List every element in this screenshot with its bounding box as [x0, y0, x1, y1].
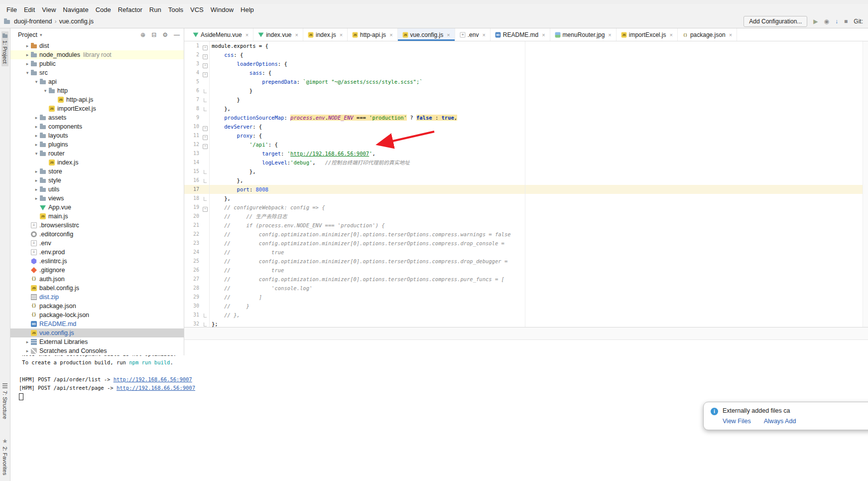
always-add-link[interactable]: Always Add: [764, 418, 796, 425]
chevron-down-icon[interactable]: ▾: [24, 70, 31, 75]
close-icon[interactable]: ×: [729, 32, 732, 38]
close-icon[interactable]: ×: [389, 32, 392, 38]
tab-readme-md[interactable]: README.md×: [491, 28, 550, 41]
tree-item-dist-zip[interactable]: dist.zip: [10, 293, 184, 302]
run-icon[interactable]: ▶: [813, 18, 818, 25]
menu-refactor[interactable]: Refactor: [115, 6, 146, 13]
chevron-down-icon[interactable]: ▾: [33, 151, 40, 156]
fold-collapse-icon[interactable]: −: [203, 144, 208, 149]
code-line[interactable]: 19− // configureWebpack: config => {: [184, 203, 868, 212]
code-line[interactable]: 26 // true: [184, 266, 868, 275]
line-number[interactable]: 14: [184, 158, 201, 167]
code-line[interactable]: 24 // true: [184, 248, 868, 257]
url-hyperlink[interactable]: http://192.168.66.56:9007: [290, 151, 369, 157]
line-number[interactable]: 21: [184, 221, 201, 230]
tree-item-env-prod[interactable]: .env.prod: [10, 248, 184, 257]
tab-http-api-js[interactable]: http-api.js×: [348, 28, 397, 41]
close-icon[interactable]: ×: [447, 32, 450, 38]
tree-item-package-lock-json[interactable]: package-lock.json: [10, 311, 184, 320]
code-line[interactable]: 22 // config.optimization.minimizer[0].o…: [184, 230, 868, 239]
chevron-right-icon[interactable]: ▸: [33, 115, 40, 120]
tree-item-api[interactable]: ▾api: [10, 77, 184, 86]
menu-edit[interactable]: Edit: [20, 6, 38, 13]
tree-item-assets[interactable]: ▸assets: [10, 113, 184, 122]
line-number[interactable]: 16: [184, 176, 201, 185]
chevron-right-icon[interactable]: ▸: [24, 43, 31, 48]
close-icon[interactable]: ×: [295, 32, 298, 38]
tree-item-style[interactable]: ▸style: [10, 176, 184, 185]
tree-item-layouts[interactable]: ▸layouts: [10, 131, 184, 140]
menu-file[interactable]: File: [3, 6, 20, 13]
code-line[interactable]: 30 // }: [184, 302, 868, 311]
tree-item-vue-config-js[interactable]: vue.config.js: [10, 328, 184, 337]
editor-scrollbar[interactable]: [863, 41, 868, 343]
code-line[interactable]: 14 logLevel:'debug', //控制台终端打印代理前的真实地址: [184, 158, 868, 167]
menu-window[interactable]: Window: [207, 6, 237, 13]
line-number[interactable]: 3: [184, 59, 201, 68]
fold-collapse-icon[interactable]: −: [203, 126, 208, 131]
chevron-right-icon[interactable]: ▸: [33, 169, 40, 174]
code-line[interactable]: 13 target: 'http://192.168.66.56:9007',: [184, 149, 868, 158]
code-line[interactable]: 6 }: [184, 86, 868, 95]
line-number[interactable]: 10: [184, 122, 201, 131]
tree-item-external-libraries[interactable]: ▸External Libraries: [10, 337, 184, 346]
line-number[interactable]: 8: [184, 104, 201, 113]
tree-item-editorconfig[interactable]: .editorconfig: [10, 230, 184, 239]
menu-run[interactable]: Run: [146, 6, 165, 13]
tree-item-scratches-and-consoles[interactable]: ▸Scratches and Consoles: [10, 346, 184, 355]
hide-panel-icon[interactable]: —: [174, 31, 180, 38]
git-widget[interactable]: Git:: [854, 18, 863, 25]
code-line[interactable]: 29 // ]: [184, 293, 868, 302]
menu-help[interactable]: Help: [237, 6, 257, 13]
line-number[interactable]: 22: [184, 230, 201, 239]
tree-item-router[interactable]: ▾router: [10, 149, 184, 158]
debug-icon[interactable]: ◉: [824, 18, 829, 25]
code-line[interactable]: 8 },: [184, 104, 868, 113]
line-number[interactable]: 1: [184, 41, 201, 50]
terminal-url-link[interactable]: http://192.168.66.56:9007: [114, 376, 192, 382]
tree-item-utils[interactable]: ▸utils: [10, 185, 184, 194]
line-number[interactable]: 24: [184, 248, 201, 257]
tree-item-http[interactable]: ▾http: [10, 86, 184, 95]
code-line[interactable]: 5 prependData: `@import "~@/assets/scss/…: [184, 77, 868, 86]
tree-item-index-js[interactable]: index.js: [10, 158, 184, 167]
tab-env[interactable]: .env×: [455, 28, 491, 41]
tree-item-browserslistrc[interactable]: .browserslistrc: [10, 221, 184, 230]
code-line[interactable]: 31 // },: [184, 311, 868, 320]
tool-stripe-7-structure[interactable]: 7: Structure: [1, 380, 8, 422]
chevron-right-icon[interactable]: ▸: [33, 142, 40, 147]
tree-item-views[interactable]: ▸views: [10, 194, 184, 203]
close-icon[interactable]: ×: [246, 32, 248, 38]
code-line[interactable]: 11− proxy: {: [184, 131, 868, 140]
line-number[interactable]: 23: [184, 239, 201, 248]
chevron-right-icon[interactable]: ▸: [33, 133, 40, 138]
tree-item-importexcel-js[interactable]: importExcel.js: [10, 104, 184, 113]
tool-stripe-1-project[interactable]: 1: Project: [1, 31, 8, 66]
code-line[interactable]: 1−module.exports = {: [184, 41, 868, 50]
close-icon[interactable]: ×: [608, 32, 611, 38]
tree-item-public[interactable]: ▸public: [10, 59, 184, 68]
tree-item-app-vue[interactable]: App.vue: [10, 203, 184, 212]
line-number[interactable]: 29: [184, 293, 201, 302]
tree-item-gitignore[interactable]: .gitignore: [10, 266, 184, 275]
code-line[interactable]: 23 // config.optimization.minimizer[0].o…: [184, 239, 868, 248]
tree-item-store[interactable]: ▸store: [10, 167, 184, 176]
menu-tools[interactable]: Tools: [165, 6, 187, 13]
breadcrumb-project[interactable]: duoji-frontend: [14, 18, 52, 25]
line-number[interactable]: 9: [184, 113, 201, 122]
locate-file-icon[interactable]: ⊕: [140, 31, 145, 38]
line-number[interactable]: 31: [184, 311, 201, 320]
line-number[interactable]: 17: [184, 185, 201, 194]
line-number[interactable]: 12: [184, 140, 201, 149]
code-line[interactable]: 17 port: 8008: [184, 185, 868, 194]
line-number[interactable]: 6: [184, 86, 201, 95]
chevron-down-icon[interactable]: ▾: [33, 79, 40, 84]
code-line[interactable]: 18 },: [184, 194, 868, 203]
chevron-right-icon[interactable]: ▸: [24, 61, 31, 66]
menu-code[interactable]: Code: [92, 6, 115, 13]
fold-collapse-icon[interactable]: −: [203, 207, 208, 212]
line-number[interactable]: 13: [184, 149, 201, 158]
line-number[interactable]: 2: [184, 50, 201, 59]
collapse-all-icon[interactable]: ⊟: [151, 31, 156, 38]
project-panel-title[interactable]: Project: [18, 31, 37, 38]
